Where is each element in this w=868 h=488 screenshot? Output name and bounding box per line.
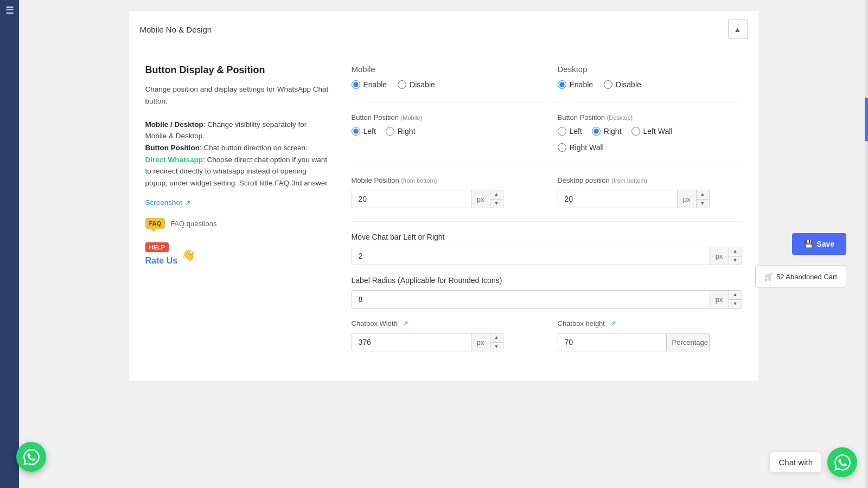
chatbox-width-section: Chatbox Width ↗ px ▲ ▼ [352, 319, 536, 351]
scrollbar[interactable] [865, 0, 868, 488]
mobile-position-unit: px [471, 190, 490, 208]
desktop-right-label: Right [604, 127, 622, 136]
desktop-enable-section: Desktop Enable Disable [558, 65, 742, 89]
label-radius-input[interactable] [352, 291, 710, 308]
rate-us-row: HELP Rate Us 👋 [145, 244, 330, 266]
desktop-position-input[interactable] [558, 190, 677, 208]
button-position-label: Button Position [145, 144, 200, 152]
abandoned-cart-button[interactable]: 🛒 52 Abandoned Cart [755, 266, 846, 288]
label-radius-section: Label Radius (Applicable for Rounded Ico… [352, 276, 742, 309]
mobile-desktop-label: Mobile / Desktop [145, 120, 203, 129]
mobile-position-spinners: ▲ ▼ [490, 190, 503, 208]
mobile-position-section: Button Position (Mobile) Left Right [352, 113, 536, 152]
mobile-from-bottom-label: Mobile Position (from bottom) [352, 176, 536, 184]
chatbox-size-section: Chatbox Width ↗ px ▲ ▼ [352, 319, 742, 351]
panel-heading: Button Display & Position [145, 65, 330, 76]
move-chat-bar-input[interactable] [352, 247, 710, 265]
desktop-right-option[interactable]: Right [592, 127, 622, 136]
desktop-disable-label: Disable [616, 80, 641, 89]
desktop-label: Desktop [558, 65, 742, 74]
mobile-position-input[interactable] [352, 190, 471, 208]
scrollbar-thumb[interactable] [865, 98, 868, 141]
desktop-enable-option[interactable]: Enable [558, 80, 593, 89]
desktop-position-up[interactable]: ▲ [697, 190, 709, 200]
hand-icon: 👋 [182, 248, 195, 261]
desktop-from-bottom: Desktop position (from bottom) px ▲ ▼ [558, 176, 742, 208]
mobile-disable-option[interactable]: Disable [398, 80, 435, 89]
label-radius-down[interactable]: ▼ [729, 300, 742, 309]
desktop-disable-option[interactable]: Disable [604, 80, 641, 89]
mobile-right-option[interactable]: Right [386, 127, 416, 136]
mobile-from-bottom: Mobile Position (from bottom) px ▲ ▼ [352, 176, 536, 208]
chatbox-height-input-wrap: Percentage ▲ ▼ [558, 333, 710, 351]
desktop-from-bottom-label: Desktop position (from bottom) [558, 176, 742, 184]
whatsapp-float-button[interactable] [16, 442, 46, 472]
chat-with-whatsapp-icon [834, 454, 851, 471]
faq-link[interactable]: FAQ questions [170, 220, 216, 228]
mobile-right-label: Right [398, 127, 416, 136]
desktop-position-section: Button Position (Desktop) Left Right [558, 113, 742, 152]
chatbox-width-input[interactable] [352, 333, 471, 351]
desktop-rightwall-label: Right Wall [570, 143, 604, 152]
chat-with-widget: Chat with [769, 447, 857, 477]
label-radius-spinners: ▲ ▼ [729, 291, 742, 308]
chatbox-width-external-link[interactable]: ↗ [403, 319, 409, 328]
screenshot-link[interactable]: Screenshot ↗ [145, 198, 191, 207]
mobile-left-option[interactable]: Left [352, 127, 376, 136]
desktop-position-down[interactable]: ▼ [697, 200, 709, 208]
faq-row: FAQ FAQ questions [145, 218, 330, 229]
move-chat-bar-label: Move Chat bar Left or Right [352, 233, 742, 241]
menu-icon[interactable]: ☰ [5, 4, 14, 16]
external-link-icon: ↗ [184, 198, 191, 207]
chatbox-width-up[interactable]: ▲ [490, 333, 503, 343]
help-badge: HELP [145, 242, 169, 252]
position-from-bottom-section: Mobile Position (from bottom) px ▲ ▼ [352, 176, 742, 208]
cart-icon: 🛒 [764, 273, 773, 281]
whatsapp-icon [23, 449, 40, 465]
chatbox-height-unit: Percentage [666, 333, 710, 351]
desktop-position-spinners: ▲ ▼ [696, 190, 709, 208]
mobile-enable-option[interactable]: Enable [352, 80, 387, 89]
desktop-position-unit: px [677, 190, 696, 208]
save-button[interactable]: 💾 Save [792, 233, 846, 255]
mobile-position-radios: Left Right [352, 127, 536, 136]
rate-us-link[interactable]: Rate Us [145, 256, 178, 265]
desktop-position-label: Button Position (Desktop) [558, 113, 742, 121]
desktop-leftwall-option[interactable]: Left Wall [631, 127, 673, 136]
move-chat-bar-input-wrap: px ▲ ▼ [352, 247, 742, 265]
desktop-left-option[interactable]: Left [558, 127, 582, 136]
chatbox-width-input-wrap: px ▲ ▼ [352, 333, 503, 351]
chatbox-height-section: Chatbox height ↗ Percentage ▲ ▼ [558, 319, 742, 351]
label-radius-up[interactable]: ▲ [729, 291, 742, 300]
mobile-label: Mobile [352, 65, 536, 74]
desktop-left-label: Left [570, 127, 582, 136]
desktop-enable-label: Enable [570, 80, 593, 89]
mobile-position-up[interactable]: ▲ [490, 190, 503, 200]
chatbox-height-external-link[interactable]: ↗ [610, 319, 616, 328]
chatbox-height-input[interactable] [558, 333, 666, 351]
section-title: Mobile No & Design [140, 25, 212, 34]
chat-with-label: Chat with [769, 452, 822, 473]
desktop-rightwall-option[interactable]: Right Wall [558, 143, 742, 152]
mobile-position-down[interactable]: ▼ [490, 200, 503, 208]
screenshot-text: Screenshot [145, 198, 182, 207]
right-panel: Mobile Enable Disable [352, 65, 742, 364]
move-chat-bar-down[interactable]: ▼ [729, 256, 742, 265]
collapse-button[interactable]: ▲ [728, 20, 748, 39]
move-chat-bar-unit: px [710, 247, 729, 265]
chatbox-width-spinners: ▲ ▼ [490, 333, 503, 351]
panel-description: Change position and display settings for… [145, 84, 330, 189]
chat-with-button[interactable] [827, 447, 857, 477]
desktop-leftwall-label: Left Wall [643, 127, 673, 136]
section-header: Mobile No & Design ▲ [129, 11, 758, 48]
chatbox-width-down[interactable]: ▼ [490, 343, 503, 351]
card: Button Display & Position Change positio… [129, 48, 758, 381]
mobile-enable-section: Mobile Enable Disable [352, 65, 536, 89]
label-radius-label: Label Radius (Applicable for Rounded Ico… [352, 276, 742, 285]
desktop-position-input-wrap: px ▲ ▼ [558, 190, 710, 208]
move-chat-bar-spinners: ▲ ▼ [729, 247, 742, 265]
move-chat-bar-up[interactable]: ▲ [729, 247, 742, 256]
mobile-radio-group: Enable Disable [352, 80, 536, 89]
abandoned-cart-label: 52 Abandoned Cart [776, 273, 837, 281]
direct-whatsapp-label: Direct Whatsapp [145, 156, 203, 164]
